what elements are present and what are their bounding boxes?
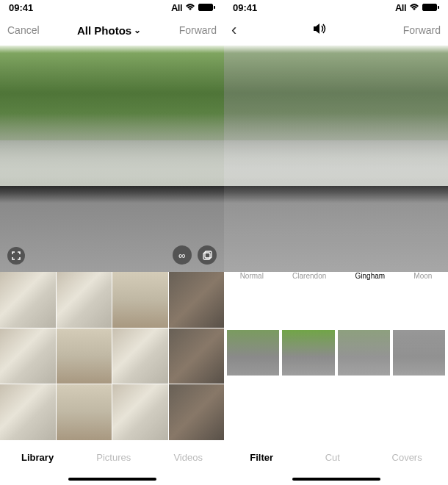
bottom-tabs: Library Pictures Videos <box>0 446 224 469</box>
photo-thumbnail[interactable] <box>57 384 112 440</box>
tab-pictures[interactable]: Pictures <box>96 452 131 463</box>
filter-name-clarendon: Clarendon <box>292 272 326 280</box>
tab-library[interactable]: Library <box>21 452 54 463</box>
status-time: 09:41 <box>233 2 257 13</box>
filter-labels: Normal Clarendon Gingham Moon <box>224 272 448 280</box>
photo-picker-panel: 09:41 All Cancel All Photos ⌄ Forward <box>0 0 224 485</box>
status-indicators: All <box>395 2 439 13</box>
tab-covers[interactable]: Covers <box>392 452 422 463</box>
status-bar: 09:41 All <box>224 0 448 15</box>
photo-thumbnail[interactable] <box>169 328 225 384</box>
forward-button[interactable]: Forward <box>403 24 441 36</box>
photo-thumbnail[interactable] <box>0 328 56 384</box>
sound-toggle[interactable] <box>312 22 327 39</box>
filter-name-normal: Normal <box>240 272 264 280</box>
bottom-tabs: Filter Cut Covers <box>224 446 448 469</box>
status-bar: 09:41 All <box>0 0 224 15</box>
nav-bar: Cancel All Photos ⌄ Forward <box>0 15 224 46</box>
filter-option-clarendon[interactable] <box>282 330 334 376</box>
filter-option-moon[interactable] <box>393 330 445 376</box>
filter-name-gingham: Gingham <box>355 272 386 280</box>
photo-thumbnail[interactable] <box>57 272 112 328</box>
cancel-button[interactable]: Cancel <box>7 24 40 36</box>
filter-edit-panel: 09:41 All ‹ Forward Normal <box>224 0 448 485</box>
chevron-down-icon: ⌄ <box>134 25 141 35</box>
nav-bar: ‹ Forward <box>224 15 448 46</box>
infinity-icon: ∞ <box>178 250 185 261</box>
expand-button[interactable] <box>7 247 25 265</box>
photo-thumbnail[interactable] <box>112 328 168 384</box>
album-selector[interactable]: All Photos ⌄ <box>77 24 141 37</box>
battery-icon <box>198 4 215 11</box>
photo-thumbnail[interactable] <box>57 328 112 384</box>
carrier-label: All <box>171 2 182 13</box>
back-button[interactable]: ‹ <box>231 21 236 40</box>
album-title: All Photos <box>77 24 131 37</box>
multi-select-button[interactable] <box>198 245 217 265</box>
filter-strip <box>224 330 448 403</box>
status-indicators: All <box>171 2 215 13</box>
wifi-icon <box>409 2 419 13</box>
photo-thumbnail[interactable] <box>169 272 225 328</box>
boomerang-button[interactable]: ∞ <box>173 245 192 265</box>
filtered-preview[interactable] <box>224 46 448 272</box>
photo-thumbnail[interactable] <box>112 272 168 328</box>
filter-name-moon: Moon <box>413 272 432 280</box>
tab-videos[interactable]: Videos <box>173 452 203 463</box>
photo-thumbnail[interactable] <box>169 384 225 440</box>
filter-option-gingham[interactable] <box>338 330 390 376</box>
tab-filter[interactable]: Filter <box>250 452 273 463</box>
photo-thumbnail[interactable] <box>0 272 56 328</box>
wifi-icon <box>185 2 195 13</box>
filter-option-normal[interactable] <box>227 330 279 376</box>
home-indicator[interactable] <box>292 478 380 481</box>
photo-grid <box>0 272 224 440</box>
photo-preview[interactable]: ∞ <box>0 46 224 272</box>
forward-button[interactable]: Forward <box>179 24 217 36</box>
status-time: 09:41 <box>9 2 33 13</box>
battery-icon <box>422 4 439 11</box>
tab-cut[interactable]: Cut <box>325 452 340 463</box>
photo-thumbnail[interactable] <box>0 384 56 440</box>
photo-thumbnail[interactable] <box>112 384 168 440</box>
home-indicator[interactable] <box>68 478 156 481</box>
carrier-label: All <box>395 2 406 13</box>
